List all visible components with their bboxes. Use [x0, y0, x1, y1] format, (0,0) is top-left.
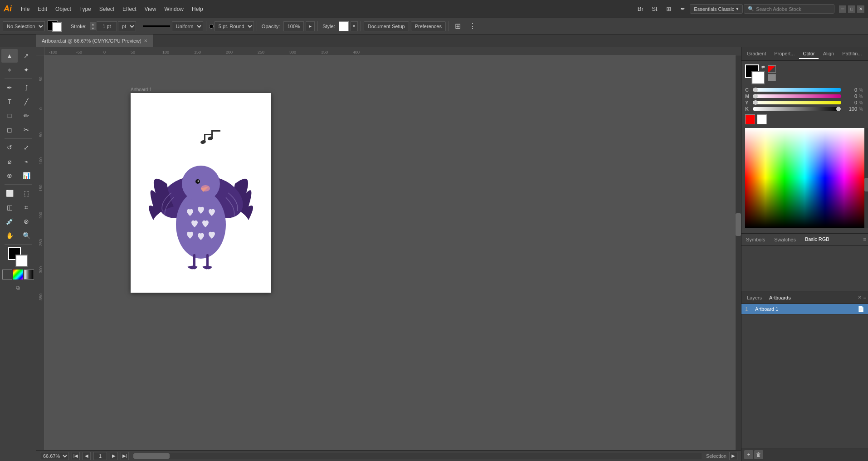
canvas-vscrollbar[interactable] [736, 55, 741, 450]
stroke-swatch[interactable] [52, 22, 62, 32]
tab-close-button[interactable]: × [144, 38, 147, 44]
none-fill-btn[interactable] [2, 270, 12, 280]
color-spectrum[interactable] [745, 128, 864, 228]
hand-tool[interactable]: ✋ [1, 229, 18, 242]
menu-effect[interactable]: Effect [119, 4, 140, 14]
opacity-input[interactable] [283, 21, 304, 31]
stroke-style-dropdown[interactable]: Uniform [172, 21, 203, 31]
tab-pathfinder[interactable]: Pathfin... [839, 49, 865, 59]
grid-icon[interactable]: ⊞ [662, 3, 675, 15]
document-setup-button[interactable]: Document Setup [364, 21, 409, 31]
scroll-right-btn[interactable]: ▶ [729, 452, 737, 460]
stroke-value-input[interactable] [97, 21, 117, 31]
menu-file[interactable]: File [17, 4, 33, 14]
scale-tool[interactable]: ⤢ [18, 141, 34, 154]
add-artboard-btn[interactable]: + [744, 450, 753, 459]
menu-select[interactable]: Select [96, 4, 118, 14]
eyedropper-tool[interactable]: 💉 [1, 215, 18, 228]
close-button[interactable]: ✕ [857, 5, 864, 13]
mesh-tool[interactable]: ⌗ [18, 201, 34, 214]
text-tool[interactable]: T [1, 95, 18, 108]
delete-artboard-btn[interactable]: 🗑 [754, 450, 763, 459]
pen-icon[interactable]: ✒ [676, 3, 689, 15]
y-slider[interactable] [753, 101, 841, 104]
white-swatch[interactable] [757, 114, 767, 124]
layers-collapse-btn[interactable]: ✕ [858, 294, 862, 300]
first-page-btn[interactable]: |◀ [72, 452, 80, 460]
selection-tool[interactable]: ▲ [1, 49, 18, 63]
scissors-tool[interactable]: ✂ [18, 123, 34, 137]
reshape-tool[interactable]: ⌁ [18, 155, 34, 168]
tab-gradient[interactable]: Gradient [743, 49, 770, 59]
tab-swatches[interactable]: Swatches [770, 235, 800, 244]
scroll-h-bar[interactable] [133, 453, 702, 459]
menu-help[interactable]: Help [188, 4, 207, 14]
last-page-btn[interactable]: ▶| [121, 452, 129, 460]
zoom-selector[interactable]: 66.67% [40, 452, 69, 460]
red-swatch[interactable] [745, 114, 755, 124]
gradient-tool[interactable]: ◫ [1, 201, 18, 214]
none-color-btn[interactable] [768, 65, 776, 73]
lasso-tool[interactable]: ⌖ [1, 63, 18, 77]
stacked-layers-btn[interactable]: ⧉ [8, 281, 28, 294]
warp-tool[interactable]: ⌀ [1, 155, 18, 168]
gradient-fill-btn[interactable] [24, 270, 34, 280]
stroke-up[interactable]: ▲ [90, 22, 96, 26]
line-tool[interactable]: ╱ [18, 95, 34, 108]
opacity-more-btn[interactable]: ▸ [306, 21, 315, 31]
color-spectrum-scrollbar[interactable] [864, 128, 868, 228]
c-slider[interactable] [753, 88, 841, 92]
layers-menu-btn[interactable]: ≡ [863, 295, 866, 300]
selection-dropdown[interactable]: No Selection [3, 21, 45, 31]
eraser-tool[interactable]: ◻ [1, 123, 18, 137]
minimize-button[interactable]: ─ [839, 5, 846, 13]
stock-icon[interactable]: St [648, 3, 661, 15]
artboard-row-1[interactable]: 1 Artboard 1 📄 [741, 304, 868, 314]
canvas-vscroll-thumb[interactable] [736, 213, 741, 236]
magic-wand-tool[interactable]: ✦ [18, 63, 34, 77]
arrange-btn[interactable]: ⋮ [466, 20, 479, 33]
prev-page-btn[interactable]: ◀ [83, 452, 91, 460]
page-input[interactable] [93, 452, 107, 460]
menu-view[interactable]: View [141, 4, 160, 14]
scroll-h-thumb[interactable] [133, 453, 170, 459]
stroke-down[interactable]: ▼ [90, 26, 96, 30]
tab-align[interactable]: Align [819, 49, 838, 59]
canvas-area[interactable]: -100-50 050 100150 200250 300350 400 -50 [36, 47, 741, 461]
tab-properties[interactable]: Propert... [770, 49, 798, 59]
tab-basic-rgb[interactable]: Basic RGB [800, 235, 834, 245]
artboard-tool-btn[interactable]: ⊞ [452, 20, 464, 33]
menu-object[interactable]: Object [52, 4, 75, 14]
document-tab[interactable]: Artboard.ai @ 66.67% (CMYK/GPU Preview) … [36, 34, 153, 47]
menu-type[interactable]: Type [76, 4, 95, 14]
menu-window[interactable]: Window [161, 4, 187, 14]
pen-tool[interactable]: ✒ [1, 81, 18, 94]
k-slider[interactable] [753, 107, 841, 111]
pencil-tool[interactable]: ✏ [18, 109, 34, 123]
stroke-unit-dropdown[interactable]: pt [118, 21, 136, 31]
zoom-tool[interactable]: 🔍 [18, 229, 34, 242]
color-canvas[interactable] [745, 128, 864, 228]
curvature-tool[interactable]: ∫ [18, 81, 34, 94]
restore-button[interactable]: □ [848, 5, 855, 13]
next-page-btn[interactable]: ▶ [110, 452, 118, 460]
flat-color-btn[interactable] [768, 74, 776, 81]
preferences-button[interactable]: Preferences [411, 21, 446, 31]
tab-artboards[interactable]: Artboards [766, 293, 795, 302]
color-fill-btn[interactable] [13, 270, 23, 280]
slice-tool[interactable]: ⬚ [18, 186, 34, 200]
swap-colors-btn[interactable]: ⇄ [761, 64, 765, 69]
menu-edit[interactable]: Edit [34, 4, 51, 14]
point-style-dropdown[interactable]: 5 pt. Round [215, 21, 254, 31]
panel-collapse-btn[interactable]: ≡ [867, 51, 868, 57]
search-box[interactable]: 🔍 Search Adobe Stock [744, 4, 834, 14]
graph-tool[interactable]: 📊 [18, 169, 34, 182]
shape-tool[interactable]: □ [1, 109, 18, 123]
swatches-panel-menu[interactable]: ≡ [861, 236, 868, 243]
bridge-icon[interactable]: Br [634, 3, 647, 15]
m-slider[interactable] [753, 94, 841, 98]
tab-color[interactable]: Color [799, 49, 818, 59]
color-spectrum-scroll-thumb[interactable] [864, 178, 868, 191]
direct-selection-tool[interactable]: ↗ [18, 49, 34, 63]
symbol-sprayer-tool[interactable]: ⊕ [1, 169, 18, 182]
